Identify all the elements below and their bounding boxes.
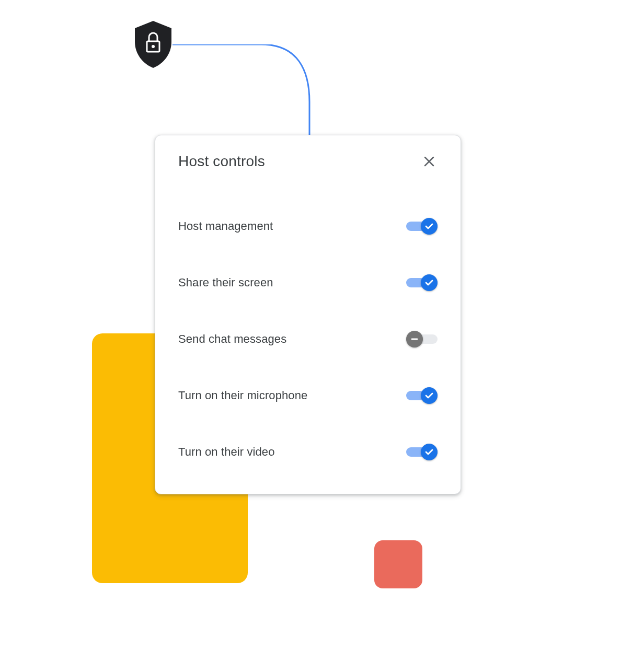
close-icon xyxy=(423,155,435,168)
option-microphone: Turn on their microphone xyxy=(178,386,438,405)
red-decorative-block xyxy=(374,540,422,588)
option-host-management: Host management xyxy=(178,217,438,236)
toggle-send-chat[interactable] xyxy=(406,331,438,347)
check-icon xyxy=(424,222,434,231)
option-label: Share their screen xyxy=(178,276,273,289)
shield-lock-icon xyxy=(133,21,174,68)
close-button[interactable] xyxy=(421,153,438,170)
option-label: Host management xyxy=(178,219,273,233)
toggle-thumb xyxy=(421,444,438,460)
check-icon xyxy=(424,278,434,287)
option-send-chat: Send chat messages xyxy=(178,330,438,349)
toggle-share-screen[interactable] xyxy=(406,274,438,291)
option-label: Turn on their microphone xyxy=(178,389,307,402)
check-icon xyxy=(424,447,434,457)
connector-line xyxy=(172,44,324,149)
toggle-thumb xyxy=(406,331,423,347)
option-video: Turn on their video xyxy=(178,443,438,461)
minus-icon xyxy=(410,334,419,344)
dialog-title: Host controls xyxy=(178,153,265,170)
svg-point-1 xyxy=(152,45,155,48)
toggle-thumb xyxy=(421,274,438,291)
check-icon xyxy=(424,391,434,400)
option-label: Turn on their video xyxy=(178,445,275,459)
option-label: Send chat messages xyxy=(178,332,286,346)
dialog-header: Host controls xyxy=(178,153,438,170)
toggle-microphone[interactable] xyxy=(406,387,438,404)
toggle-host-management[interactable] xyxy=(406,218,438,235)
toggle-thumb xyxy=(421,387,438,404)
option-share-screen: Share their screen xyxy=(178,273,438,292)
host-controls-dialog: Host controls Host management Share thei… xyxy=(155,135,461,494)
toggle-video[interactable] xyxy=(406,444,438,460)
toggle-thumb xyxy=(421,218,438,235)
